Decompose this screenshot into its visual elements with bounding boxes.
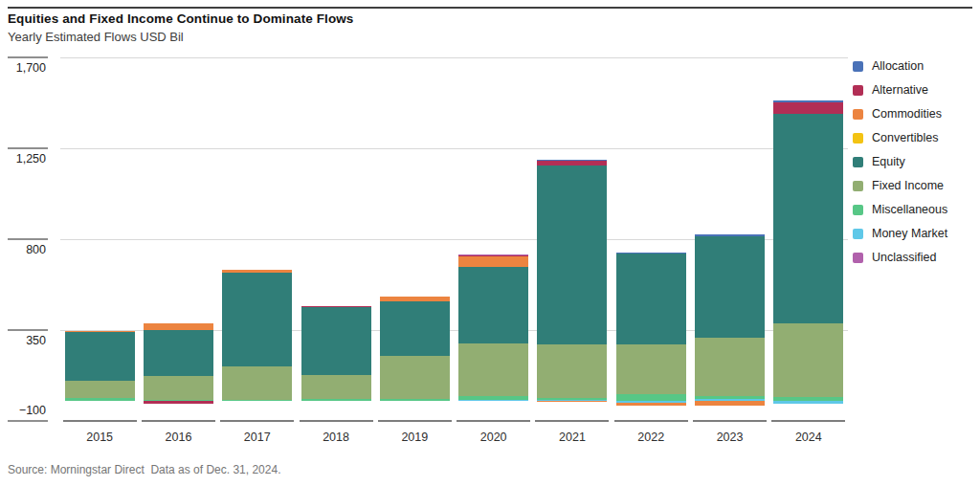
y-tick-label-800: 800: [0, 243, 46, 256]
y-axis-tick-1700: [8, 56, 48, 58]
bar-segment-equity-2017: [222, 273, 292, 366]
legend-swatch-money-market: [853, 229, 863, 239]
bar-segment-commodities-2021: [537, 401, 607, 402]
bar-segment-money-market-2020: [458, 400, 528, 401]
top-rule-divider: [8, 7, 972, 9]
legend-label-unclassified: Unclassified: [872, 251, 936, 264]
chart-subtitle: Yearly Estimated Flows USD Bil: [8, 30, 184, 44]
x-tick-label-2021: 2021: [533, 431, 612, 444]
legend-swatch-alternative: [853, 85, 863, 96]
x-tick-label-2016: 2016: [139, 431, 217, 444]
legend-item-equity: Equity: [853, 155, 947, 168]
legend-item-allocation: Allocation: [853, 59, 947, 73]
bar-segment-equity-2019: [380, 301, 450, 356]
bar-segment-fixed-income-2015: [65, 381, 135, 398]
y-tick-label-1250: 1,250: [0, 152, 46, 166]
legend-label-allocation: Allocation: [872, 59, 924, 73]
y-axis-tick-350: [8, 329, 48, 331]
x-tick-label-2019: 2019: [375, 431, 454, 444]
y-axis-tick-1250: [8, 147, 48, 149]
legend-swatch-allocation: [853, 61, 863, 72]
bar-segment-commodities-2023: [695, 401, 765, 406]
x-tick-label-2022: 2022: [612, 431, 690, 444]
bar-segment-alternative-2018: [301, 306, 371, 307]
flows-chart-page: Equities and Fixed Income Continue to Do…: [0, 0, 980, 486]
y-tick-label-350: 350: [0, 334, 46, 347]
bar-segment-miscellaneous-2019: [380, 399, 450, 401]
bar-segment-equity-2022: [616, 254, 686, 344]
bar-segment-equity-2024: [773, 114, 843, 323]
bar-segment-fixed-income-2022: [616, 344, 686, 394]
bar-segment-commodities-2019: [380, 297, 450, 301]
legend-label-miscellaneous: Miscellaneous: [872, 203, 947, 216]
legend-swatch-fixed-income: [853, 181, 863, 191]
y-tick-label-1700: 1,700: [0, 61, 46, 75]
legend-label-commodities: Commodities: [872, 107, 942, 121]
bar-segment-miscellaneous-2017: [222, 400, 292, 401]
bar-segment-alternative-2016: [144, 401, 213, 404]
bar-segment-miscellaneous-2021: [537, 398, 607, 400]
y-tick-label--100: −100: [0, 404, 46, 417]
y-axis-tick--100: [8, 420, 48, 422]
bar-segment-fixed-income-2021: [537, 344, 607, 397]
bar-segment-commodities-2017: [222, 270, 292, 273]
x-tick-label-2020: 2020: [455, 431, 533, 444]
bar-segment-allocation-2022: [616, 253, 686, 254]
bar-segment-equity-2021: [537, 166, 607, 344]
bar-segment-miscellaneous-2020: [458, 396, 528, 400]
x-tick-label-2015: 2015: [60, 431, 139, 444]
bar-segment-equity-2016: [144, 330, 213, 376]
x-axis-tick-2021: [535, 420, 609, 423]
bar-segment-commodities-2016: [144, 323, 213, 330]
x-tick-label-2024: 2024: [769, 431, 848, 444]
bar-segment-equity-2020: [458, 267, 528, 342]
x-tick-label-2018: 2018: [297, 431, 375, 444]
x-axis-tick-2019: [378, 420, 452, 423]
x-tick-label-2017: 2017: [218, 431, 297, 444]
x-axis-tick-2017: [220, 420, 294, 423]
bar-segment-fixed-income-2020: [458, 343, 528, 397]
bar-segment-allocation-2021: [537, 160, 607, 161]
bar-segment-commodities-2022: [616, 403, 686, 406]
legend-label-fixed-income: Fixed Income: [872, 179, 944, 192]
bar-segment-commodities-2020: [458, 256, 528, 267]
bar-segment-equity-2023: [695, 236, 765, 337]
bar-segment-equity-2015: [65, 332, 135, 381]
bar-segment-fixed-income-2019: [380, 356, 450, 399]
x-axis-tick-2022: [614, 420, 688, 423]
legend-swatch-convertibles: [853, 133, 863, 144]
bar-segment-allocation-2024: [773, 100, 843, 103]
x-axis-tick-2023: [693, 420, 767, 423]
gridline-1250: [60, 148, 848, 149]
chart-legend: AllocationAlternativeCommoditiesConverti…: [853, 59, 947, 275]
x-axis-tick-2020: [457, 420, 530, 423]
legend-label-convertibles: Convertibles: [872, 131, 938, 144]
bar-segment-miscellaneous-2023: [695, 396, 765, 399]
legend-item-fixed-income: Fixed Income: [853, 179, 947, 192]
bar-segment-fixed-income-2016: [144, 376, 213, 400]
bar-segment-fixed-income-2023: [695, 338, 765, 396]
bar-segment-miscellaneous-2022: [616, 394, 686, 401]
legend-item-commodities: Commodities: [853, 107, 947, 121]
legend-item-alternative: Alternative: [853, 83, 947, 97]
x-axis-tick-2018: [300, 420, 373, 423]
legend-item-money-market: Money Market: [853, 227, 947, 240]
legend-item-unclassified: Unclassified: [853, 251, 947, 264]
x-axis-tick-2016: [142, 420, 215, 423]
x-tick-label-2023: 2023: [690, 431, 768, 444]
legend-label-alternative: Alternative: [872, 83, 928, 97]
bar-segment-miscellaneous-2018: [301, 399, 371, 400]
bar-segment-equity-2018: [301, 307, 371, 375]
legend-item-miscellaneous: Miscellaneous: [853, 203, 947, 216]
bar-segment-alternative-2024: [773, 102, 843, 114]
legend-label-money-market: Money Market: [872, 227, 947, 240]
x-axis-tick-2024: [771, 420, 845, 423]
bar-segment-allocation-2023: [695, 234, 765, 237]
y-axis-tick-800: [8, 238, 48, 240]
gridline-1700: [60, 57, 848, 58]
bar-segment-fixed-income-2024: [773, 323, 843, 397]
legend-swatch-equity: [853, 157, 863, 167]
bar-segment-alternative-2021: [537, 161, 607, 166]
bar-segment-money-market-2024: [773, 401, 843, 404]
source-attribution: Source: Morningstar Direct Data as of De…: [8, 463, 280, 476]
